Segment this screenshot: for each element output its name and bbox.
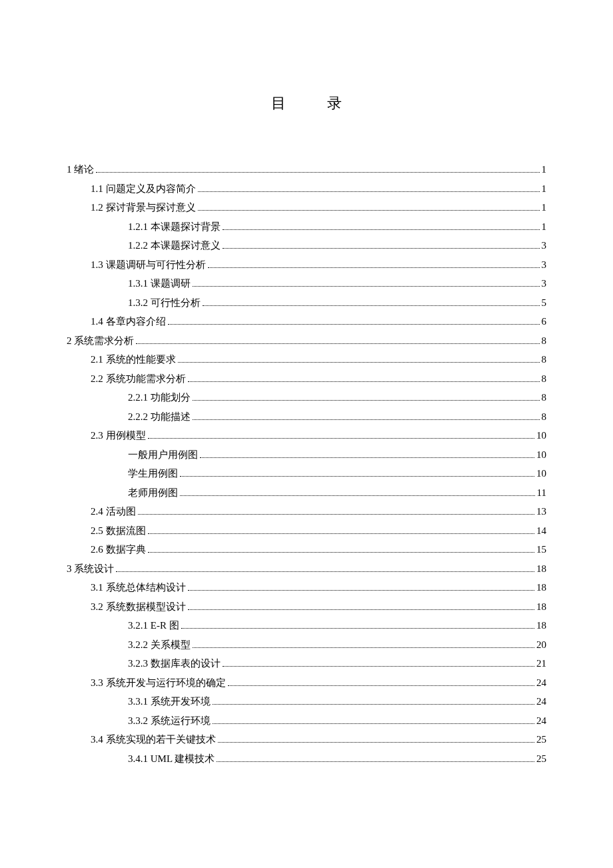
toc-entry-label: 1.1 问题定义及内容简介	[91, 179, 196, 199]
toc-dot-leader	[213, 704, 534, 705]
toc-entry[interactable]: 2.1 系统的性能要求8	[67, 350, 546, 369]
toc-entry[interactable]: 老师用例图11	[67, 483, 546, 503]
toc-dot-leader	[223, 248, 540, 249]
toc-dot-leader	[96, 172, 539, 173]
toc-entry[interactable]: 3.4 系统实现的若干关键技术25	[67, 730, 546, 749]
toc-dot-leader	[116, 571, 534, 572]
toc-entry[interactable]: 1.1 问题定义及内容简介1	[67, 179, 546, 199]
toc-entry-label: 1.3.2 可行性分析	[128, 293, 201, 313]
toc-entry[interactable]: 3.2.1 E-R 图18	[67, 616, 546, 635]
toc-entry-page: 18	[536, 578, 546, 597]
toc-dot-leader	[181, 628, 534, 629]
toc-entry-page: 20	[536, 635, 546, 655]
toc-entry-page: 10	[536, 426, 546, 445]
table-of-contents: 1 绪论11.1 问题定义及内容简介11.2 探讨背景与探讨意义11.2.1 本…	[67, 160, 546, 768]
toc-entry-label: 3.3.2 系统运行环境	[128, 711, 211, 731]
toc-entry[interactable]: 2.2.1 功能划分8	[67, 388, 546, 407]
toc-entry[interactable]: 1.2.1 本课题探讨背景1	[67, 217, 546, 237]
toc-entry-label: 3.1 系统总体结构设计	[91, 578, 186, 597]
toc-entry-label: 3 系统设计	[67, 559, 114, 579]
toc-dot-leader	[148, 552, 535, 553]
toc-entry[interactable]: 2.3 用例模型10	[67, 426, 546, 445]
toc-entry[interactable]: 1.3 课题调研与可行性分析3	[67, 255, 546, 275]
toc-entry[interactable]: 3.2.2 关系模型20	[67, 635, 546, 655]
toc-entry-page: 8	[542, 388, 547, 407]
toc-dot-leader	[200, 457, 534, 458]
toc-entry[interactable]: 2.4 活动图13	[67, 502, 546, 521]
toc-entry-page: 1	[542, 217, 547, 237]
toc-entry-label: 2.2 系统功能需求分析	[91, 369, 186, 389]
toc-entry-label: 1.3 课题调研与可行性分析	[91, 255, 206, 275]
toc-dot-leader	[168, 324, 540, 325]
toc-entry-page: 21	[536, 654, 546, 673]
toc-entry[interactable]: 3.2 系统数据模型设计18	[67, 597, 546, 617]
toc-entry-page: 8	[542, 350, 547, 369]
toc-entry[interactable]: 2.6 数据字典15	[67, 540, 546, 559]
toc-entry-label: 1.3.1 课题调研	[128, 274, 191, 293]
toc-entry[interactable]: 1.2.2 本课题探讨意义3	[67, 236, 546, 255]
toc-entry-page: 3	[542, 236, 547, 255]
toc-entry-label: 3.4.1 UML 建模技术	[128, 749, 215, 769]
toc-dot-leader	[136, 343, 539, 344]
toc-entry-page: 15	[536, 540, 546, 559]
toc-entry[interactable]: 1.4 各章内容介绍6	[67, 312, 546, 331]
toc-dot-leader	[193, 419, 540, 420]
toc-entry[interactable]: 3.3.2 系统运行环境24	[67, 711, 546, 731]
toc-entry-page: 5	[542, 293, 547, 313]
toc-entry[interactable]: 3 系统设计18	[67, 559, 546, 579]
toc-entry-label: 老师用例图	[128, 483, 178, 503]
toc-dot-leader	[213, 723, 534, 724]
toc-entry[interactable]: 1 绪论1	[67, 160, 546, 179]
toc-entry[interactable]: 1.3.1 课题调研3	[67, 274, 546, 293]
toc-entry-label: 1 绪论	[67, 160, 94, 179]
toc-entry-page: 24	[536, 692, 546, 711]
toc-entry[interactable]: 2.2 系统功能需求分析8	[67, 369, 546, 389]
toc-dot-leader	[203, 305, 540, 306]
toc-entry-label: 2.2.1 功能划分	[128, 388, 191, 407]
toc-entry-label: 1.2.2 本课题探讨意义	[128, 236, 221, 255]
toc-entry-page: 8	[542, 369, 547, 389]
toc-dot-leader	[223, 666, 534, 667]
toc-dot-leader	[193, 400, 540, 401]
toc-dot-leader	[148, 438, 535, 439]
toc-entry[interactable]: 3.4.1 UML 建模技术25	[67, 749, 546, 769]
toc-entry[interactable]: 3.3 系统开发与运行环境的确定24	[67, 673, 546, 693]
toc-dot-leader	[180, 476, 534, 477]
toc-entry-page: 10	[536, 445, 546, 465]
toc-entry-page: 3	[542, 255, 547, 275]
toc-entry-label: 2.6 数据字典	[91, 540, 146, 559]
toc-entry-page: 6	[542, 312, 547, 331]
toc-entry-label: 2.5 数据流图	[91, 521, 146, 541]
toc-entry[interactable]: 3.3.1 系统开发环境24	[67, 692, 546, 711]
toc-entry-label: 3.2.1 E-R 图	[128, 616, 179, 635]
toc-entry-label: 3.3.1 系统开发环境	[128, 692, 211, 711]
toc-dot-leader	[217, 761, 534, 762]
toc-entry-page: 14	[536, 521, 546, 541]
toc-entry-page: 8	[542, 407, 547, 427]
toc-entry[interactable]: 3.1 系统总体结构设计18	[67, 578, 546, 597]
toc-entry[interactable]: 学生用例图10	[67, 464, 546, 483]
toc-dot-leader	[223, 229, 540, 230]
toc-entry[interactable]: 2.5 数据流图14	[67, 521, 546, 541]
toc-entry-label: 2.3 用例模型	[91, 426, 146, 445]
toc-dot-leader	[188, 381, 540, 382]
toc-entry[interactable]: 3.2.3 数据库表的设计21	[67, 654, 546, 673]
toc-dot-leader	[193, 286, 540, 287]
toc-entry[interactable]: 2.2.2 功能描述8	[67, 407, 546, 427]
toc-entry-page: 8	[542, 331, 547, 351]
toc-entry[interactable]: 1.2 探讨背景与探讨意义1	[67, 198, 546, 217]
toc-entry[interactable]: 2 系统需求分析8	[67, 331, 546, 351]
toc-entry-label: 3.2 系统数据模型设计	[91, 597, 186, 617]
toc-dot-leader	[180, 495, 535, 496]
toc-entry-page: 24	[536, 711, 546, 731]
toc-dot-leader	[138, 514, 535, 515]
toc-dot-leader	[188, 609, 535, 610]
toc-entry-page: 1	[542, 160, 547, 179]
toc-entry-label: 1.2.1 本课题探讨背景	[128, 217, 221, 237]
toc-entry-label: 3.2.3 数据库表的设计	[128, 654, 221, 673]
toc-entry[interactable]: 1.3.2 可行性分析5	[67, 293, 546, 313]
toc-dot-leader	[148, 533, 535, 534]
toc-entry-label: 3.3 系统开发与运行环境的确定	[91, 673, 226, 693]
toc-entry-label: 3.2.2 关系模型	[128, 635, 191, 655]
toc-entry[interactable]: 一般用户用例图10	[67, 445, 546, 465]
